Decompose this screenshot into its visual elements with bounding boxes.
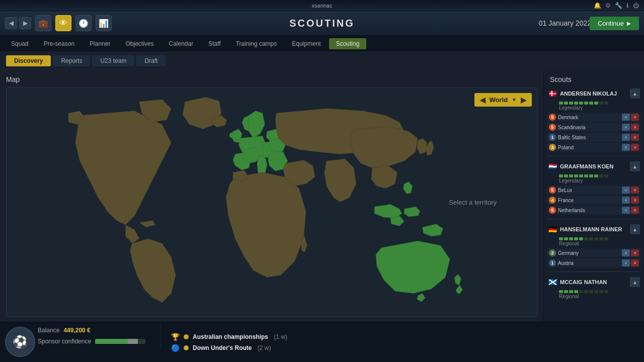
divider-3 [547, 272, 641, 272]
title-bar: ◀ ▶ 💼 👁 🕐 📊 SCOUTING 01 January 2022 📅 C… [0, 11, 644, 36]
remove-scandinavia[interactable]: ✕ [631, 124, 639, 131]
scout-name-graafmans: GRAAFMANS KOEN [560, 163, 627, 169]
tab-planner[interactable]: Planner [83, 38, 117, 49]
scouting-icon[interactable]: 👁 [55, 15, 71, 31]
event-dot-yellow [184, 334, 189, 339]
territory-name-netherlands: Netherlands [558, 208, 620, 213]
confidence-row: Sponsor confidence [38, 338, 150, 345]
nav-tabs: Squad Pre-season Planner Objectives Cale… [0, 36, 644, 51]
scouts-title: Scouts [544, 70, 644, 86]
h-dot7 [589, 237, 593, 240]
balance-value: 449,200 € [63, 327, 90, 334]
balance-row: Balance 449,200 € [38, 327, 150, 334]
edit-belux[interactable]: ≡ [622, 187, 630, 194]
territory-actions-netherlands: ≡ ✕ [622, 207, 639, 214]
subtab-discovery[interactable]: Discovery [6, 55, 51, 66]
tab-training-camps[interactable]: Training camps [229, 38, 284, 49]
event-text-route: Down Under's Route [193, 344, 252, 351]
scout-rank-btn-andersen[interactable]: ▲ [630, 88, 640, 99]
confidence-bar [95, 339, 145, 344]
territory-actions-denmark: ≡ ✕ [622, 114, 639, 121]
event-row-route: 🔵 Down Under's Route (2 w) [171, 344, 634, 352]
scout-rank-btn-graafmans[interactable]: ▲ [630, 161, 640, 171]
dot3 [569, 102, 573, 105]
priority-5c: 5 [549, 187, 556, 194]
remove-netherlands[interactable]: ✕ [631, 207, 639, 214]
priority-3: 3 [549, 144, 556, 151]
power-icon[interactable]: ⏻ [633, 2, 639, 9]
priority-5: 5 [549, 114, 556, 121]
tab-equipment[interactable]: Equipment [285, 38, 328, 49]
subtab-u23[interactable]: U23 team [92, 55, 134, 66]
edit-netherlands[interactable]: ≡ [622, 207, 630, 214]
territory-actions-belux: ≡ ✕ [622, 187, 639, 194]
scout-name-hanselmann: HANSELMANN RAINER [560, 226, 627, 232]
info-icon[interactable]: ℹ [626, 2, 629, 9]
scout-level-graafmans: Legendary [547, 178, 641, 186]
territory-actions-germany: ≡ ✕ [622, 249, 639, 256]
territory-name-france: France [558, 198, 620, 203]
chart-icon[interactable]: 📊 [96, 15, 112, 31]
gear-icon[interactable]: ⚙ [605, 2, 611, 9]
territory-actions-austria: ≡ ✕ [622, 259, 639, 266]
select-territory-text: Select a territory [449, 199, 497, 206]
g-dot7 [589, 174, 593, 177]
scout-level-mccaig: Regional [547, 294, 641, 301]
tab-squad[interactable]: Squad [4, 38, 36, 49]
tab-calendar[interactable]: Calendar [162, 38, 200, 49]
scout-rank-btn-hanselmann[interactable]: ▲ [630, 224, 640, 234]
edit-france[interactable]: ≡ [622, 197, 630, 204]
wrench-icon[interactable]: 🔧 [615, 2, 622, 9]
remove-belux[interactable]: ✕ [631, 187, 639, 194]
tab-staff[interactable]: Staff [201, 38, 227, 49]
remove-germany[interactable]: ✕ [631, 249, 639, 256]
top-bar: xsannac 🔔 ⚙ 🔧 ℹ ⏻ [0, 0, 644, 11]
tab-preseason[interactable]: Pre-season [37, 38, 82, 49]
event-detail-1w: (1 w) [272, 333, 287, 340]
world-selector[interactable]: ◀ World ▼ ▶ [474, 93, 532, 107]
event-detail-2w: (2 w) [256, 344, 271, 351]
remove-baltic[interactable]: ✕ [631, 134, 639, 141]
current-date: 01 January 2022 [539, 19, 591, 27]
m-dot6 [584, 290, 588, 293]
scout-header-mccaig: 🏴󠁧󠁢󠁳󠁣󠁴󠁿 MCCAIG NATHAN ▲ [547, 275, 641, 289]
flag-germany: 🇩🇪 [548, 226, 557, 232]
territory-belux: 5 BeLux ≡ ✕ [547, 186, 641, 195]
edit-austria[interactable]: ≡ [622, 259, 630, 266]
confidence-fill-gray [128, 339, 138, 344]
edit-scandinavia[interactable]: ≡ [622, 124, 630, 131]
tab-objectives[interactable]: Objectives [118, 38, 160, 49]
scout-block-andersen: 🇩🇰 ANDERSEN NIKOLAJ ▲ [547, 86, 641, 152]
h-dot4 [574, 237, 578, 240]
clock-icon[interactable]: 🕐 [75, 15, 92, 31]
h-dot6 [584, 237, 588, 240]
dot1 [559, 102, 563, 105]
edit-baltic[interactable]: ≡ [622, 134, 630, 141]
dot5 [579, 102, 583, 105]
back-button[interactable]: ◀ [5, 17, 17, 29]
g-dot2 [564, 174, 568, 177]
briefcase-icon[interactable]: 💼 [35, 15, 51, 31]
remove-austria[interactable]: ✕ [631, 259, 639, 266]
map-container[interactable]: ◀ World ▼ ▶ Select a territory [6, 87, 537, 317]
remove-poland[interactable]: ✕ [631, 144, 639, 151]
club-icon[interactable]: ⚽ [5, 327, 35, 357]
remove-france[interactable]: ✕ [631, 197, 639, 204]
map-area: Map ◀ World ▼ ▶ Select a territory [0, 70, 543, 322]
scout-rank-btn-mccaig[interactable]: ▲ [630, 277, 640, 287]
continue-button[interactable]: Continue [590, 17, 639, 30]
bell-icon[interactable]: 🔔 [594, 2, 601, 9]
edit-poland[interactable]: ≡ [622, 144, 630, 151]
dot8 [594, 102, 598, 105]
flag-denmark: 🇩🇰 [548, 90, 557, 97]
remove-denmark[interactable]: ✕ [631, 114, 639, 121]
forward-button[interactable]: ▶ [19, 17, 31, 29]
edit-denmark[interactable]: ≡ [622, 114, 630, 121]
page-title: SCOUTING [289, 18, 355, 29]
subtab-draft[interactable]: Draft [136, 55, 166, 66]
tab-scouting[interactable]: Scouting [329, 38, 367, 49]
edit-germany[interactable]: ≡ [622, 249, 630, 256]
event-dot-route [184, 345, 189, 350]
subtab-reports[interactable]: Reports [53, 55, 90, 66]
bottom-right: 🏆 Australian championships (1 w) 🔵 Down … [161, 323, 644, 362]
